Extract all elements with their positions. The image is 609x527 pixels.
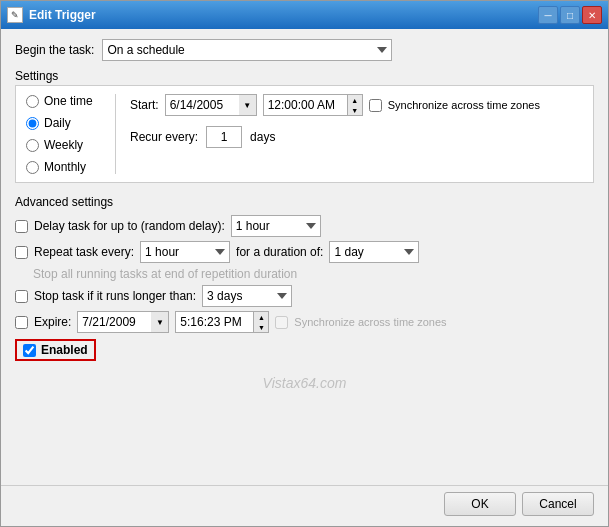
expire-time-down-btn[interactable]: ▼ [254,322,268,332]
start-date-input[interactable] [165,94,239,116]
expire-sync-label: Synchronize across time zones [294,316,446,328]
delay-label: Delay task for up to (random delay): [34,219,225,233]
begin-task-label: Begin the task: [15,43,94,57]
advanced-section: Advanced settings Delay task for up to (… [15,195,594,365]
start-label: Start: [130,98,159,112]
duration-combo[interactable]: 1 day Indefinitely [329,241,419,263]
time-down-btn[interactable]: ▼ [348,105,362,115]
monthly-radio[interactable] [26,161,39,174]
maximize-button[interactable]: □ [560,6,580,24]
sync-timezone-check-start[interactable] [369,99,382,112]
content-area: Begin the task: On a schedule Settings O… [1,29,608,483]
bottom-bar: OK Cancel [1,485,608,526]
daily-label: Daily [44,116,71,130]
expire-time-spinner: ▲ ▼ [253,311,269,333]
expire-date-picker-btn[interactable]: ▼ [151,311,169,333]
window-title: Edit Trigger [29,8,96,22]
repeat-combo[interactable]: 1 hour 30 minutes [140,241,230,263]
radio-weekly: Weekly [26,138,103,152]
expire-date-input[interactable] [77,311,151,333]
radio-column: One time Daily Weekly Monthly [26,94,116,174]
repeat-label: Repeat task every: [34,245,134,259]
radio-monthly: Monthly [26,160,103,174]
right-panel: Start: ▼ ▲ ▼ Sync [116,94,583,174]
delay-combo[interactable]: 1 hour 2 hours [231,215,321,237]
delay-check[interactable] [15,220,28,233]
time-up-btn[interactable]: ▲ [348,95,362,105]
expire-date-field: ▼ [77,311,169,333]
expire-time-up-btn[interactable]: ▲ [254,312,268,322]
title-bar-left: ✎ Edit Trigger [7,7,96,23]
monthly-label: Monthly [44,160,86,174]
ok-button[interactable]: OK [444,492,516,516]
radio-one-time: One time [26,94,103,108]
delay-row: Delay task for up to (random delay): 1 h… [15,215,594,237]
watermark: Vistax64.com [15,375,594,391]
recur-label: Recur every: [130,130,198,144]
begin-task-combo[interactable]: On a schedule [102,39,392,61]
close-button[interactable]: ✕ [582,6,602,24]
edit-trigger-window: ✎ Edit Trigger ─ □ ✕ Begin the task: On … [0,0,609,527]
start-row: Start: ▼ ▲ ▼ Sync [130,94,583,116]
recur-row: Recur every: days [130,126,583,148]
stop-longer-row: Stop task if it runs longer than: 3 days… [15,285,594,307]
time-spinner: ▲ ▼ [347,94,363,116]
start-time-field: ▲ ▼ [263,94,363,116]
repeat-check[interactable] [15,246,28,259]
expire-sync-check [275,316,288,329]
stop-longer-combo[interactable]: 3 days 1 day [202,285,292,307]
stop-running-row: Stop all running tasks at end of repetit… [33,267,594,281]
one-time-label: One time [44,94,93,108]
enabled-row: Enabled [15,339,594,361]
title-bar: ✎ Edit Trigger ─ □ ✕ [1,1,608,29]
sync-timezone-label-start: Synchronize across time zones [388,99,540,111]
enabled-box: Enabled [15,339,96,361]
enabled-check[interactable] [23,344,36,357]
minimize-button[interactable]: ─ [538,6,558,24]
recur-input[interactable] [206,126,242,148]
cancel-button[interactable]: Cancel [522,492,594,516]
daily-radio[interactable] [26,117,39,130]
weekly-label: Weekly [44,138,83,152]
settings-section: Settings One time Daily Weekly [15,69,594,183]
title-bar-controls: ─ □ ✕ [538,6,602,24]
start-time-input[interactable] [263,94,347,116]
enabled-label: Enabled [41,343,88,357]
begin-task-row: Begin the task: On a schedule [15,39,594,61]
expire-row: Expire: ▼ ▲ ▼ Synchronize across time zo… [15,311,594,333]
expire-check[interactable] [15,316,28,329]
one-time-radio[interactable] [26,95,39,108]
start-date-picker-btn[interactable]: ▼ [239,94,257,116]
settings-box: One time Daily Weekly Monthly [15,85,594,183]
stop-longer-check[interactable] [15,290,28,303]
repeat-row: Repeat task every: 1 hour 30 minutes for… [15,241,594,263]
settings-label: Settings [15,69,594,83]
expire-time-field: ▲ ▼ [175,311,269,333]
advanced-label: Advanced settings [15,195,594,209]
expire-time-input[interactable] [175,311,253,333]
start-date-field: ▼ [165,94,257,116]
recur-unit: days [250,130,275,144]
weekly-radio[interactable] [26,139,39,152]
expire-label: Expire: [34,315,71,329]
window-icon: ✎ [7,7,23,23]
radio-daily: Daily [26,116,103,130]
for-duration-label: for a duration of: [236,245,323,259]
stop-longer-label: Stop task if it runs longer than: [34,289,196,303]
stop-running-label: Stop all running tasks at end of repetit… [33,267,297,281]
